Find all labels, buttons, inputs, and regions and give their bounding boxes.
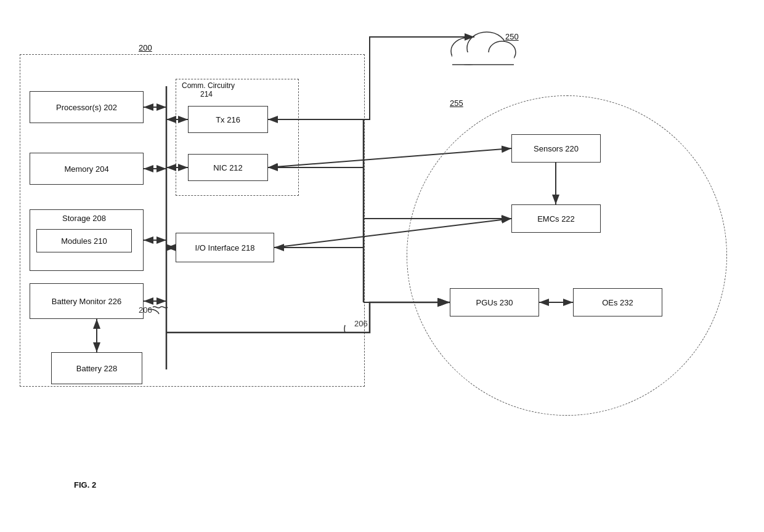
tx-box: Tx 216 xyxy=(188,106,268,133)
processor-box: Processor(s) 202 xyxy=(30,91,144,123)
svg-rect-3 xyxy=(452,52,514,65)
fig-label: FIG. 2 xyxy=(74,480,96,490)
label-255: 255 xyxy=(450,99,463,108)
pgus-box: PGUs 230 xyxy=(450,288,539,316)
comm-circuitry-label: Comm. Circuitry214 xyxy=(182,81,235,99)
storage-box: Storage 208 Modules 210 xyxy=(30,209,144,271)
io-interface-box: I/O Interface 218 xyxy=(176,233,274,262)
storage-label: Storage 208 xyxy=(36,214,132,223)
sensors-box: Sensors 220 xyxy=(511,134,601,163)
label-200: 200 xyxy=(139,43,152,52)
memory-box: Memory 204 xyxy=(30,153,144,185)
battery-monitor-box: Battery Monitor 226 xyxy=(30,283,144,319)
emcs-box: EMCs 222 xyxy=(511,204,601,233)
label-250: 250 xyxy=(505,32,519,41)
nic-box: NIC 212 xyxy=(188,154,268,181)
oes-box: OEs 232 xyxy=(573,288,662,316)
battery-box: Battery 228 xyxy=(51,352,142,384)
modules-box: Modules 210 xyxy=(36,229,132,252)
